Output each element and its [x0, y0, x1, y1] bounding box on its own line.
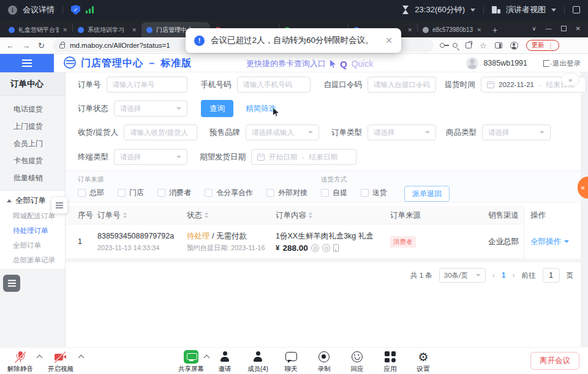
sidebar-item-door-pickup[interactable]: 上门提货 — [0, 118, 65, 135]
phone-input[interactable]: 请输入手机号码 — [237, 77, 311, 93]
page-size-select[interactable]: 30条/页 — [439, 268, 486, 283]
chevron-down-icon[interactable] — [551, 9, 556, 12]
gift-badge-icon[interactable] — [311, 244, 319, 252]
chevron-down-icon[interactable] — [564, 240, 569, 243]
tab-close-icon[interactable]: ✕ — [407, 27, 412, 33]
network-signal-icon[interactable] — [86, 6, 94, 13]
settings-button[interactable]: ⚙ 设置 — [407, 350, 440, 373]
checkbox-icon[interactable] — [361, 189, 369, 197]
checkbox-icon[interactable] — [118, 189, 126, 197]
sidebar-collapse-handle[interactable] — [51, 197, 67, 213]
view-mode-label[interactable]: 演讲者视图 — [506, 4, 546, 15]
reload-icon[interactable]: ↻ — [38, 41, 45, 50]
invite-button[interactable]: 邀请 — [208, 350, 241, 373]
record-button[interactable]: 录制 — [307, 350, 341, 373]
sidebar-item-hq-dispatch-log[interactable]: 总部派单记录 — [0, 253, 65, 267]
checkbox-delivery[interactable]: 送货 — [361, 188, 387, 198]
ship-date-range[interactable]: 开始日期 - 结束日期 — [251, 149, 356, 165]
search-button[interactable]: 查询 — [201, 100, 233, 117]
back-icon[interactable]: ← — [6, 41, 14, 50]
current-page[interactable]: 1 — [502, 271, 506, 280]
promo-text[interactable]: 更快捷的券卡查询入口 — [246, 58, 326, 69]
fullscreen-icon[interactable] — [573, 6, 580, 13]
bookmark-star-icon[interactable]: ☆ — [480, 42, 487, 50]
security-shield-icon[interactable]: ✓ — [71, 5, 80, 15]
checkbox-hq[interactable]: 总部 — [78, 188, 104, 198]
checkbox-icon[interactable] — [205, 189, 213, 197]
col-order-no[interactable]: 订单号 — [97, 206, 127, 224]
sidebar-item-phone-pickup[interactable]: 电话提货 — [0, 101, 65, 118]
password-key-icon[interactable] — [440, 43, 445, 48]
forward-icon[interactable]: → — [22, 41, 30, 50]
zoom-icon[interactable] — [453, 43, 458, 48]
close-window-icon[interactable]: ✕ — [576, 25, 581, 32]
smiley-icon[interactable] — [322, 244, 330, 252]
minimize-icon[interactable]: — — [546, 25, 552, 32]
order-no-input[interactable]: 请输入订单号 — [107, 77, 187, 93]
side-panel-icon[interactable] — [495, 42, 502, 48]
sort-icon[interactable] — [205, 212, 208, 218]
mic-options-chevron[interactable] — [37, 355, 43, 361]
logout-button[interactable]: 退出登录 — [543, 59, 581, 68]
menu-toggle-button[interactable] — [0, 54, 54, 72]
leave-meeting-button[interactable]: 离开会议 — [530, 352, 579, 370]
table-row[interactable]: 1 83859345088979792a 2023-11-13 14:33:34… — [66, 224, 581, 259]
meeting-details-label[interactable]: 会议详情 — [23, 4, 55, 15]
promo-link[interactable]: 更快捷的券卡查询入口 Q Quick — [246, 58, 373, 69]
tab-search-icon[interactable]: ∨ — [532, 25, 536, 32]
sort-icon[interactable] — [309, 212, 312, 218]
chat-button[interactable]: 聊天 — [274, 350, 307, 373]
next-page-icon[interactable]: › — [513, 271, 515, 280]
browser-tab[interactable]: 礼盒营销平台管理中心 ✕ — [4, 22, 72, 37]
maximize-icon[interactable] — [561, 26, 567, 31]
checkbox-consumer[interactable]: 消费者 — [157, 188, 191, 198]
sidebar-item-member-visit[interactable]: 会员上门 — [0, 135, 65, 152]
members-button[interactable]: 成员(4) — [241, 350, 274, 373]
reaction-button[interactable]: 回应 — [341, 350, 374, 373]
col-status[interactable]: 状态 — [187, 206, 208, 224]
browser-tab[interactable]: e8c573980b1328a258fd2e6 ✕ — [418, 22, 486, 37]
sidebar-item-all-orders[interactable]: 全部订单 — [0, 238, 65, 253]
start-video-button[interactable]: 开启视频 — [44, 350, 77, 373]
tab-close-icon[interactable]: ✕ — [62, 27, 67, 33]
simple-filter-link[interactable]: 精简筛选 — [246, 104, 276, 114]
profile-icon[interactable] — [510, 42, 518, 50]
order-type-select[interactable]: 请选择 — [368, 124, 436, 140]
checkbox-icon[interactable] — [266, 189, 274, 197]
checkbox-icon[interactable] — [78, 189, 86, 197]
prev-page-icon[interactable]: ‹ — [492, 271, 495, 280]
col-content[interactable]: 订单内容 — [276, 206, 312, 224]
chrome-update-button[interactable]: 更新 ⋮ — [526, 40, 560, 51]
apps-button[interactable]: 应用 — [374, 350, 407, 373]
goods-type-select[interactable]: 请选择 — [482, 124, 551, 140]
chevron-down-icon[interactable] — [470, 9, 475, 12]
filter-expand-button[interactable]: » — [561, 73, 579, 86]
video-options-chevron[interactable] — [78, 355, 85, 361]
checkbox-self-pickup[interactable]: 自提 — [321, 188, 347, 198]
order-number[interactable]: 83859345088979792a — [97, 231, 174, 242]
sort-icon[interactable] — [123, 212, 127, 218]
dispatch-return-button[interactable]: 派单退回 — [404, 186, 450, 202]
unmute-button[interactable]: 解除静音 — [4, 350, 37, 373]
sidebar-item-batch-verify[interactable]: 批量核销 — [0, 169, 65, 186]
pickup-code-input[interactable]: 请输入自提口令码 — [368, 77, 436, 93]
goto-page-input[interactable]: 1 — [543, 268, 560, 283]
checkbox-store[interactable]: 门店 — [118, 188, 144, 198]
user-avatar[interactable] — [466, 57, 478, 69]
phone-device-icon[interactable] — [333, 244, 339, 252]
url-text[interactable]: md.maboy.cn/AllOrder?status=1 — [70, 42, 170, 49]
share-screen-button[interactable]: 共享屏幕 — [175, 350, 208, 373]
brand-select[interactable]: 请选择或输入 — [246, 124, 319, 140]
tab-close-icon[interactable]: ✕ — [477, 27, 481, 33]
receiver-input[interactable]: 请输入收货/提货人 — [124, 124, 197, 140]
sidebar-item-card-pickup[interactable]: 卡包提货 — [0, 152, 65, 169]
terminal-type-select[interactable]: 请选择 — [114, 149, 187, 165]
sidebar-item-pending-orders[interactable]: 待处理订单 — [0, 223, 65, 238]
info-icon[interactable]: i — [8, 6, 17, 15]
checkbox-icon[interactable] — [157, 189, 165, 197]
new-tab-button[interactable]: + — [488, 22, 502, 37]
close-icon[interactable]: ✕ — [385, 36, 393, 45]
lock-icon[interactable] — [59, 44, 65, 48]
checkbox-warehouse-coop[interactable]: 仓分享合作 — [205, 188, 253, 198]
checkbox-icon[interactable] — [321, 189, 329, 197]
